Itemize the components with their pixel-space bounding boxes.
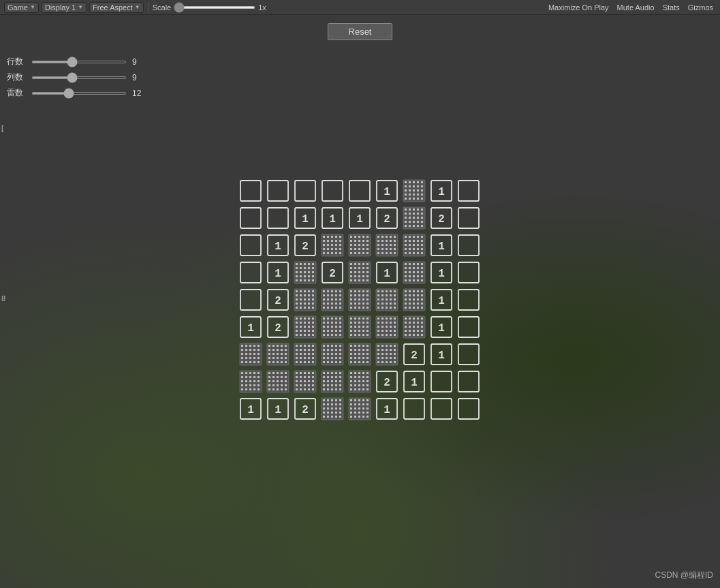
cell-open-4-8[interactable]: [456, 288, 481, 312]
cell-open-8-8[interactable]: [456, 397, 481, 421]
cell-open-7-7[interactable]: [429, 369, 454, 394]
cell-covered-7-3[interactable]: [320, 369, 345, 394]
cell-open-8-1[interactable]: 1: [266, 397, 290, 421]
cell-open-5-0[interactable]: 1: [238, 315, 263, 339]
cell-open-7-5[interactable]: 2: [375, 369, 399, 394]
cell-covered-3-2[interactable]: [293, 260, 317, 285]
cell-open-5-1[interactable]: 2: [266, 315, 290, 339]
cell-covered-6-3[interactable]: [320, 342, 345, 367]
cell-open-0-3[interactable]: [320, 179, 345, 203]
cell-covered-2-3[interactable]: [320, 233, 345, 258]
cell-open-4-0[interactable]: [238, 288, 263, 312]
row-slider[interactable]: [31, 61, 127, 63]
cell-open-4-1[interactable]: 2: [266, 288, 290, 312]
cell-open-1-3[interactable]: 1: [320, 206, 345, 230]
mine-slider[interactable]: [31, 92, 127, 95]
cell-open-3-8[interactable]: [456, 260, 481, 285]
cell-covered-5-6[interactable]: [402, 315, 426, 339]
cell-open-8-6[interactable]: [402, 397, 426, 421]
cell-open-1-0[interactable]: [238, 206, 263, 230]
cell-covered-7-1[interactable]: [266, 369, 290, 394]
cell-open-2-8[interactable]: [456, 233, 481, 258]
cell-open-2-2[interactable]: 2: [293, 233, 317, 258]
cell-open-6-6[interactable]: 2: [402, 342, 426, 367]
cell-open-7-8[interactable]: [456, 369, 481, 394]
display-dropdown[interactable]: Display 1 ▼: [42, 2, 87, 13]
cell-open-0-8[interactable]: [456, 179, 481, 203]
cell-covered-7-0[interactable]: [238, 369, 263, 394]
cell-covered-1-6[interactable]: [402, 206, 426, 230]
gizmos-button[interactable]: Gizmos: [685, 3, 716, 12]
cell-open-0-2[interactable]: [293, 179, 317, 203]
cell-covered-5-5[interactable]: [375, 315, 399, 339]
cell-covered-5-2[interactable]: [293, 315, 317, 339]
cell-open-1-4[interactable]: 1: [347, 206, 372, 230]
cell-covered-2-5[interactable]: [375, 233, 399, 258]
cell-open-1-7[interactable]: 2: [429, 206, 454, 230]
cell-open-7-6[interactable]: 1: [402, 369, 426, 394]
cell-open-8-5[interactable]: 1: [375, 397, 399, 421]
maximize-button[interactable]: Maximize On Play: [546, 3, 612, 12]
game-dropdown[interactable]: Game ▼: [4, 2, 39, 13]
cell-open-5-7[interactable]: 1: [429, 315, 454, 339]
svg-rect-349: [362, 303, 364, 305]
cell-open-3-0[interactable]: [238, 260, 263, 285]
cell-covered-8-3[interactable]: [320, 397, 345, 421]
svg-rect-624: [308, 361, 310, 363]
cell-covered-4-3[interactable]: [320, 288, 345, 312]
cell-open-2-7[interactable]: 1: [429, 233, 454, 258]
cell-covered-2-6[interactable]: [402, 233, 426, 258]
cell-open-3-7[interactable]: 1: [429, 260, 454, 285]
col-slider[interactable]: [31, 76, 127, 79]
cell-covered-5-4[interactable]: [347, 315, 372, 339]
cell-open-3-3[interactable]: 2: [320, 260, 345, 285]
cell-open-0-0[interactable]: [238, 179, 263, 203]
cell-open-1-1[interactable]: [266, 206, 290, 230]
cell-open-1-8[interactable]: [456, 206, 481, 230]
cell-covered-2-4[interactable]: [347, 233, 372, 258]
cell-open-2-1[interactable]: 1: [266, 233, 290, 258]
cell-open-6-8[interactable]: [456, 342, 481, 367]
cell-open-2-0[interactable]: [238, 233, 263, 258]
aspect-dropdown[interactable]: Free Aspect ▼: [89, 2, 144, 13]
cell-covered-6-4[interactable]: [347, 342, 372, 367]
cell-covered-7-2[interactable]: [293, 369, 317, 394]
cell-open-1-5[interactable]: 2: [375, 206, 399, 230]
cell-covered-6-5[interactable]: [375, 342, 399, 367]
cell-covered-7-4[interactable]: [347, 369, 372, 394]
cell-covered-4-2[interactable]: [293, 288, 317, 312]
stats-button[interactable]: Stats: [660, 3, 683, 12]
svg-text:1: 1: [247, 404, 254, 416]
cell-covered-3-4[interactable]: [347, 260, 372, 285]
cell-covered-6-1[interactable]: [266, 342, 290, 367]
cell-covered-5-3[interactable]: [320, 315, 345, 339]
scale-slider[interactable]: [174, 6, 255, 9]
cell-open-4-7[interactable]: 1: [429, 288, 454, 312]
cell-open-0-4[interactable]: [347, 179, 372, 203]
svg-rect-608: [304, 349, 306, 351]
cell-covered-0-6[interactable]: [402, 179, 426, 203]
cell-open-8-0[interactable]: 1: [238, 397, 263, 421]
cell-open-5-8[interactable]: [456, 315, 481, 339]
svg-rect-430: [312, 326, 314, 328]
cell-covered-6-0[interactable]: [238, 342, 263, 367]
cell-open-8-7[interactable]: [429, 397, 454, 421]
cell-covered-4-4[interactable]: [347, 288, 372, 312]
cell-open-0-7[interactable]: 1: [429, 179, 454, 203]
cell-open-0-1[interactable]: [266, 179, 290, 203]
svg-rect-155: [386, 252, 388, 254]
cell-open-6-7[interactable]: 1: [429, 342, 454, 367]
cell-covered-4-5[interactable]: [375, 288, 399, 312]
cell-covered-6-2[interactable]: [293, 342, 317, 367]
cell-covered-3-6[interactable]: [402, 260, 426, 285]
cell-open-1-2[interactable]: 1: [293, 206, 317, 230]
reset-button[interactable]: Reset: [328, 23, 393, 40]
cell-open-3-5[interactable]: 1: [375, 260, 399, 285]
cell-open-3-1[interactable]: 1: [266, 260, 290, 285]
mute-button[interactable]: Mute Audio: [614, 3, 657, 12]
cell-covered-8-4[interactable]: [347, 397, 372, 421]
svg-rect-744: [281, 376, 283, 378]
cell-open-0-5[interactable]: 1: [375, 179, 399, 203]
cell-open-8-2[interactable]: 2: [293, 397, 317, 421]
cell-covered-4-6[interactable]: [402, 288, 426, 312]
